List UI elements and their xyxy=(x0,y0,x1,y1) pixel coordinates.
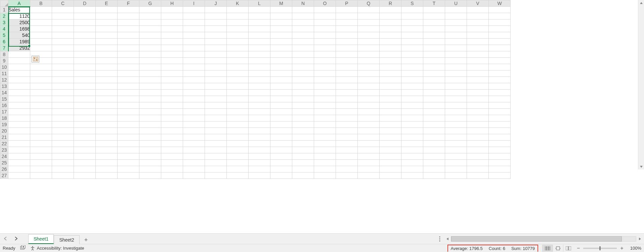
cell-D17[interactable] xyxy=(74,109,96,115)
cell-E13[interactable] xyxy=(96,83,118,90)
cell-J11[interactable] xyxy=(205,70,227,77)
cell-E15[interactable] xyxy=(96,96,118,102)
row-header-20[interactable]: 20 xyxy=(0,128,8,134)
cell-O14[interactable] xyxy=(314,90,336,96)
cell-R26[interactable] xyxy=(380,166,401,172)
cell-V11[interactable] xyxy=(467,70,489,77)
cell-P25[interactable] xyxy=(336,160,358,166)
cell-H9[interactable] xyxy=(161,58,183,64)
cell-B18[interactable] xyxy=(30,115,52,121)
cell-R8[interactable] xyxy=(380,51,401,58)
cell-W22[interactable] xyxy=(489,141,511,147)
row-header-21[interactable]: 21 xyxy=(0,134,8,141)
cell-C10[interactable] xyxy=(52,64,74,70)
cell-F3[interactable] xyxy=(118,19,139,26)
cell-O19[interactable] xyxy=(314,121,336,128)
cell-N25[interactable] xyxy=(292,160,314,166)
cell-L1[interactable] xyxy=(249,7,270,13)
cell-B19[interactable] xyxy=(30,121,52,128)
cell-M13[interactable] xyxy=(270,83,292,90)
cell-R21[interactable] xyxy=(380,134,401,141)
cell-D12[interactable] xyxy=(74,77,96,83)
column-header-Q[interactable]: Q xyxy=(358,0,380,7)
cell-K23[interactable] xyxy=(227,147,249,153)
grid-area[interactable]: ABCDEFGHIJKLMNOPQRSTUVW1Sales21120325004… xyxy=(0,0,644,233)
cell-M25[interactable] xyxy=(270,160,292,166)
cell-Q5[interactable] xyxy=(358,32,380,39)
cell-F13[interactable] xyxy=(118,83,139,90)
row-header-6[interactable]: 6 xyxy=(0,39,8,45)
hscroll-thumb[interactable] xyxy=(451,236,622,242)
cell-N19[interactable] xyxy=(292,121,314,128)
cell-N9[interactable] xyxy=(292,58,314,64)
cell-H4[interactable] xyxy=(161,26,183,32)
cell-J17[interactable] xyxy=(205,109,227,115)
cell-G10[interactable] xyxy=(139,64,161,70)
cell-R14[interactable] xyxy=(380,90,401,96)
sheet-nav-next[interactable] xyxy=(15,236,17,242)
cell-M1[interactable] xyxy=(270,7,292,13)
cell-H17[interactable] xyxy=(161,109,183,115)
cell-P19[interactable] xyxy=(336,121,358,128)
cell-U2[interactable] xyxy=(445,13,467,19)
cell-A9[interactable] xyxy=(8,58,30,64)
cell-I23[interactable] xyxy=(183,147,205,153)
cell-G5[interactable] xyxy=(139,32,161,39)
cell-T23[interactable] xyxy=(423,147,445,153)
column-header-P[interactable]: P xyxy=(336,0,358,7)
cell-H26[interactable] xyxy=(161,166,183,172)
cell-A4[interactable]: 1698 xyxy=(8,26,30,32)
cell-O5[interactable] xyxy=(314,32,336,39)
cell-T14[interactable] xyxy=(423,90,445,96)
cell-B24[interactable] xyxy=(30,153,52,160)
row-header-12[interactable]: 12 xyxy=(0,77,8,83)
cell-U8[interactable] xyxy=(445,51,467,58)
cell-P21[interactable] xyxy=(336,134,358,141)
cell-M26[interactable] xyxy=(270,166,292,172)
cell-B26[interactable] xyxy=(30,166,52,172)
cell-T10[interactable] xyxy=(423,64,445,70)
cell-I3[interactable] xyxy=(183,19,205,26)
cell-P27[interactable] xyxy=(336,172,358,179)
cell-O1[interactable] xyxy=(314,7,336,13)
cell-K2[interactable] xyxy=(227,13,249,19)
cell-E21[interactable] xyxy=(96,134,118,141)
cell-W23[interactable] xyxy=(489,147,511,153)
cell-V2[interactable] xyxy=(467,13,489,19)
cell-T9[interactable] xyxy=(423,58,445,64)
cell-U20[interactable] xyxy=(445,128,467,134)
cell-O3[interactable] xyxy=(314,19,336,26)
cell-I12[interactable] xyxy=(183,77,205,83)
cell-S12[interactable] xyxy=(401,77,423,83)
cell-C3[interactable] xyxy=(52,19,74,26)
cell-S4[interactable] xyxy=(401,26,423,32)
cell-V23[interactable] xyxy=(467,147,489,153)
cell-V12[interactable] xyxy=(467,77,489,83)
cell-T25[interactable] xyxy=(423,160,445,166)
cell-L26[interactable] xyxy=(249,166,270,172)
cell-R16[interactable] xyxy=(380,102,401,109)
cell-W15[interactable] xyxy=(489,96,511,102)
cell-F19[interactable] xyxy=(118,121,139,128)
cell-L5[interactable] xyxy=(249,32,270,39)
cell-O6[interactable] xyxy=(314,39,336,45)
cell-D27[interactable] xyxy=(74,172,96,179)
column-header-D[interactable]: D xyxy=(74,0,96,7)
cell-G25[interactable] xyxy=(139,160,161,166)
cell-E11[interactable] xyxy=(96,70,118,77)
cell-I20[interactable] xyxy=(183,128,205,134)
cell-L3[interactable] xyxy=(249,19,270,26)
cell-T19[interactable] xyxy=(423,121,445,128)
cell-M27[interactable] xyxy=(270,172,292,179)
cell-H18[interactable] xyxy=(161,115,183,121)
cell-A23[interactable] xyxy=(8,147,30,153)
column-header-N[interactable]: N xyxy=(292,0,314,7)
horizontal-scrollbar[interactable] xyxy=(443,234,644,244)
cell-C26[interactable] xyxy=(52,166,74,172)
cell-O4[interactable] xyxy=(314,26,336,32)
cell-K7[interactable] xyxy=(227,45,249,51)
cell-G22[interactable] xyxy=(139,141,161,147)
cell-G27[interactable] xyxy=(139,172,161,179)
quick-analysis-button[interactable] xyxy=(32,56,39,62)
cell-P18[interactable] xyxy=(336,115,358,121)
